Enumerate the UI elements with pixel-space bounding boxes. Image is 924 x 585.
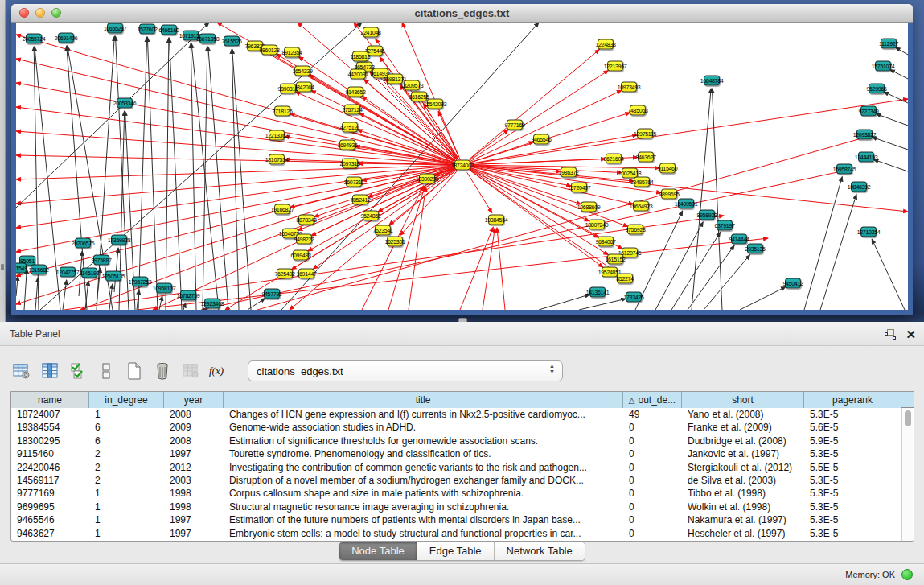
table-row[interactable]: 946554611997Estimation of the future num… [11, 513, 901, 526]
network-node[interactable]: 7485063 [630, 105, 646, 116]
network-node[interactable]: 1185813 [352, 51, 368, 62]
network-node[interactable]: 8621604 [606, 154, 622, 164]
network-node[interactable]: 20053346 [117, 98, 133, 109]
table-cell[interactable]: 0 [623, 501, 682, 513]
network-node[interactable]: 9975887 [93, 255, 109, 266]
network-node[interactable]: 10958107 [156, 283, 172, 294]
table-cell[interactable]: 0 [623, 461, 682, 474]
table-cell[interactable]: 1998 [164, 501, 224, 513]
network-node[interactable]: 1315682 [31, 265, 47, 275]
network-node[interactable]: 9684067 [598, 237, 614, 247]
network-node[interactable]: 10688609 [581, 202, 597, 212]
network-node[interactable]: 19166827 [274, 204, 290, 215]
table-row[interactable]: 2242004622012Investigating the contribut… [11, 461, 901, 474]
close-icon[interactable]: ✕ [906, 328, 916, 340]
table-cell[interactable]: Changes of HCN gene expression and I(f) … [224, 408, 623, 421]
network-node[interactable]: 15542093 [427, 99, 443, 109]
network-node[interactable]: 9143652 [347, 87, 363, 97]
table-cell[interactable]: Dudbridge et al. (2008) [682, 435, 804, 447]
table-row[interactable]: 1938455462009Genome-wide association stu… [11, 421, 901, 434]
network-node[interactable]: 12710354 [860, 227, 877, 237]
table-cell[interactable]: 2008 [164, 408, 224, 421]
network-node[interactable]: 9777169 [507, 120, 523, 130]
table-cell[interactable]: 0 [623, 487, 682, 500]
network-node[interactable]: 10973493 [621, 82, 637, 93]
network-node[interactable]: 12093822 [856, 130, 873, 140]
table-cell[interactable]: Investigating the contribution of common… [224, 461, 623, 474]
network-node[interactable]: 2757124 [344, 105, 360, 115]
table-cell[interactable]: 5.3E-5 [804, 513, 901, 526]
network-window-titlebar[interactable]: citations_edges.txt [11, 4, 913, 23]
table-cell[interactable]: Estimation of the future numbers of pati… [224, 513, 623, 526]
column-header-pagerank[interactable]: pagerank [804, 392, 901, 408]
show-columns-icon[interactable] [39, 360, 60, 382]
network-node[interactable]: 18107534 [269, 154, 285, 165]
table-cell[interactable]: 9777169 [11, 487, 89, 500]
network-node[interactable]: 1615152 [607, 254, 623, 265]
table-cell[interactable]: 2 [89, 474, 164, 487]
table-cell[interactable]: 1997 [164, 527, 224, 540]
table-cell[interactable]: 2009 [164, 421, 224, 434]
table-cell[interactable]: Wolkin et al. (1998) [682, 501, 804, 513]
network-node[interactable]: 852274 [617, 274, 633, 284]
network-node[interactable]: 9450412 [785, 278, 801, 289]
network-node[interactable]: 17957253 [132, 277, 148, 287]
table-row[interactable]: 1456911722003Disruption of a novel membe… [11, 474, 901, 487]
network-node[interactable]: 1625301 [387, 237, 403, 247]
network-node[interactable]: 18300295 [419, 174, 435, 184]
table-cell[interactable]: Yano et al. (2008) [682, 408, 804, 421]
table-cell[interactable]: 9465546 [11, 513, 89, 526]
network-node[interactable]: 7852412 [352, 195, 368, 205]
network-node[interactable]: 12505135 [105, 271, 121, 282]
table-cell[interactable]: 1998 [164, 487, 224, 500]
table-row[interactable]: 1830029562008Estimation of significance … [11, 435, 901, 447]
tab-network-table[interactable]: Network Table [495, 542, 585, 560]
float-window-icon[interactable] [885, 329, 896, 340]
table-cell[interactable]: 0 [623, 527, 682, 540]
network-node[interactable]: 7623541 [375, 225, 391, 236]
network-canvas[interactable]: 1872400718300295193845547963822986012889… [16, 23, 908, 310]
column-header-out_de[interactable]: △out_de... [623, 392, 682, 408]
table-cell[interactable]: Corpus callosum shape and size in male p… [224, 487, 623, 500]
table-cell[interactable]: 1 [89, 501, 164, 513]
network-node[interactable]: 16648784 [704, 76, 720, 86]
column-header-title[interactable]: title [224, 392, 623, 408]
network-node[interactable]: 6099483 [293, 250, 309, 261]
table-cell[interactable]: 0 [623, 435, 682, 447]
table-cell[interactable]: 1997 [164, 513, 224, 526]
table-cell[interactable]: Nakamura et al. (1997) [682, 513, 804, 526]
network-node[interactable]: 7615526 [224, 36, 240, 47]
table-cell[interactable]: 5.6E-5 [804, 421, 901, 434]
table-cell[interactable]: 2003 [164, 474, 224, 487]
table-cell[interactable]: 1997 [164, 447, 224, 460]
table-cell[interactable]: 5.3E-5 [804, 447, 901, 460]
network-node[interactable]: 1224838 [598, 39, 614, 50]
network-node[interactable]: 17359928 [111, 235, 127, 245]
collapsed-panel-strip[interactable] [0, 0, 6, 322]
table-cell[interactable]: 0 [623, 447, 682, 460]
unselect-all-icon[interactable] [96, 360, 117, 382]
table-cell[interactable]: 9699695 [11, 501, 89, 513]
network-node[interactable]: 1694935 [339, 140, 355, 150]
table-cell[interactable]: 0 [623, 513, 682, 526]
network-node[interactable]: 15958745 [836, 164, 852, 175]
network-node[interactable]: 16409501 [678, 199, 694, 209]
table-cell[interactable]: Franke et al. (2009) [682, 421, 804, 434]
table-cell[interactable]: de Silva et al. (2003) [682, 474, 804, 487]
network-node[interactable]: 12923468 [204, 299, 220, 309]
table-row[interactable]: 911546021997Tourette syndrome. Phenomeno… [11, 447, 901, 460]
network-node[interactable]: 9498222 [296, 234, 312, 245]
network-node[interactable]: 10655287 [107, 23, 123, 34]
tab-node-table[interactable]: Node Table [339, 542, 417, 560]
network-node[interactable]: 13209573 [404, 80, 420, 91]
network-node[interactable]: 15720407 [571, 183, 587, 193]
table-cell[interactable]: 5.3E-5 [804, 527, 901, 540]
network-node[interactable]: 7986372 [561, 167, 577, 178]
table-cell[interactable]: 2 [89, 461, 164, 474]
table-cell[interactable]: 2012 [164, 461, 224, 474]
network-node[interactable]: 9457791 [264, 289, 280, 299]
table-settings-icon[interactable] [11, 360, 32, 382]
table-cell[interactable]: Jankovic et al. (1997) [682, 447, 804, 460]
table-cell[interactable]: 18300295 [11, 435, 89, 447]
new-table-icon[interactable] [124, 360, 145, 382]
